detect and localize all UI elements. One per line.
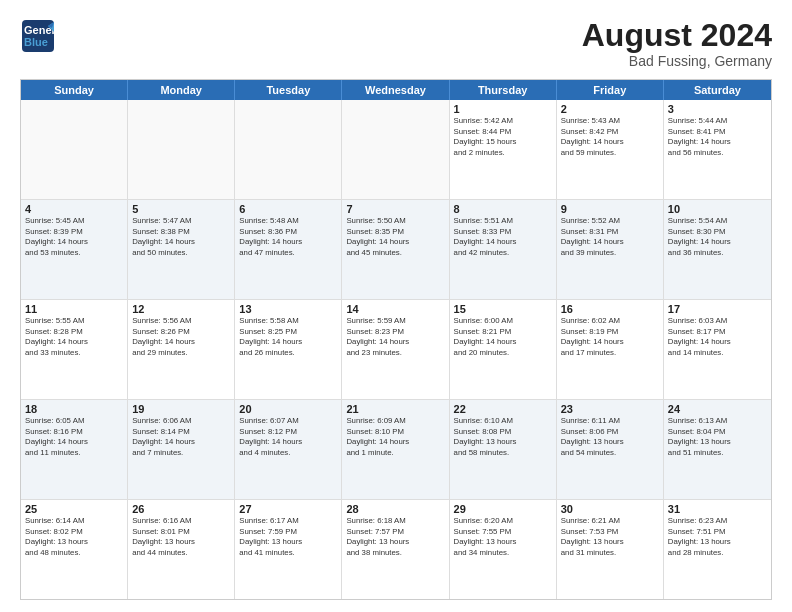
cal-cell-r1-c4: 8Sunrise: 5:51 AM Sunset: 8:33 PM Daylig… <box>450 200 557 299</box>
title-block: August 2024 Bad Fussing, Germany <box>582 18 772 69</box>
calendar-header: Sunday Monday Tuesday Wednesday Thursday… <box>21 80 771 100</box>
day-info: Sunrise: 6:00 AM Sunset: 8:21 PM Dayligh… <box>454 316 552 358</box>
cal-cell-r1-c6: 10Sunrise: 5:54 AM Sunset: 8:30 PM Dayli… <box>664 200 771 299</box>
day-info: Sunrise: 5:56 AM Sunset: 8:26 PM Dayligh… <box>132 316 230 358</box>
cal-cell-r0-c4: 1Sunrise: 5:42 AM Sunset: 8:44 PM Daylig… <box>450 100 557 199</box>
day-info: Sunrise: 5:52 AM Sunset: 8:31 PM Dayligh… <box>561 216 659 258</box>
cal-cell-r4-c1: 26Sunrise: 6:16 AM Sunset: 8:01 PM Dayli… <box>128 500 235 599</box>
day-number: 29 <box>454 503 552 515</box>
cal-cell-r2-c2: 13Sunrise: 5:58 AM Sunset: 8:25 PM Dayli… <box>235 300 342 399</box>
day-number: 30 <box>561 503 659 515</box>
day-number: 10 <box>668 203 767 215</box>
cal-cell-r3-c6: 24Sunrise: 6:13 AM Sunset: 8:04 PM Dayli… <box>664 400 771 499</box>
cal-cell-r2-c3: 14Sunrise: 5:59 AM Sunset: 8:23 PM Dayli… <box>342 300 449 399</box>
cal-cell-r1-c0: 4Sunrise: 5:45 AM Sunset: 8:39 PM Daylig… <box>21 200 128 299</box>
day-number: 26 <box>132 503 230 515</box>
day-info: Sunrise: 5:59 AM Sunset: 8:23 PM Dayligh… <box>346 316 444 358</box>
cal-cell-r2-c5: 16Sunrise: 6:02 AM Sunset: 8:19 PM Dayli… <box>557 300 664 399</box>
day-info: Sunrise: 6:18 AM Sunset: 7:57 PM Dayligh… <box>346 516 444 558</box>
day-info: Sunrise: 5:47 AM Sunset: 8:38 PM Dayligh… <box>132 216 230 258</box>
cal-cell-r3-c5: 23Sunrise: 6:11 AM Sunset: 8:06 PM Dayli… <box>557 400 664 499</box>
day-info: Sunrise: 6:06 AM Sunset: 8:14 PM Dayligh… <box>132 416 230 458</box>
day-info: Sunrise: 6:16 AM Sunset: 8:01 PM Dayligh… <box>132 516 230 558</box>
day-info: Sunrise: 5:54 AM Sunset: 8:30 PM Dayligh… <box>668 216 767 258</box>
cal-cell-r1-c1: 5Sunrise: 5:47 AM Sunset: 8:38 PM Daylig… <box>128 200 235 299</box>
cal-cell-r4-c5: 30Sunrise: 6:21 AM Sunset: 7:53 PM Dayli… <box>557 500 664 599</box>
day-info: Sunrise: 6:17 AM Sunset: 7:59 PM Dayligh… <box>239 516 337 558</box>
header-sunday: Sunday <box>21 80 128 100</box>
cal-cell-r4-c6: 31Sunrise: 6:23 AM Sunset: 7:51 PM Dayli… <box>664 500 771 599</box>
day-number: 4 <box>25 203 123 215</box>
day-number: 11 <box>25 303 123 315</box>
day-number: 21 <box>346 403 444 415</box>
day-number: 5 <box>132 203 230 215</box>
logo: General Blue <box>20 18 56 54</box>
header-wednesday: Wednesday <box>342 80 449 100</box>
day-info: Sunrise: 6:03 AM Sunset: 8:17 PM Dayligh… <box>668 316 767 358</box>
day-number: 3 <box>668 103 767 115</box>
calendar-body: 1Sunrise: 5:42 AM Sunset: 8:44 PM Daylig… <box>21 100 771 599</box>
svg-text:Blue: Blue <box>24 36 48 48</box>
day-number: 14 <box>346 303 444 315</box>
cal-cell-r2-c4: 15Sunrise: 6:00 AM Sunset: 8:21 PM Dayli… <box>450 300 557 399</box>
day-number: 1 <box>454 103 552 115</box>
cal-cell-r0-c0 <box>21 100 128 199</box>
cal-cell-r3-c2: 20Sunrise: 6:07 AM Sunset: 8:12 PM Dayli… <box>235 400 342 499</box>
day-info: Sunrise: 6:07 AM Sunset: 8:12 PM Dayligh… <box>239 416 337 458</box>
page-title: August 2024 <box>582 18 772 53</box>
day-info: Sunrise: 6:20 AM Sunset: 7:55 PM Dayligh… <box>454 516 552 558</box>
cal-cell-r4-c0: 25Sunrise: 6:14 AM Sunset: 8:02 PM Dayli… <box>21 500 128 599</box>
cal-cell-r0-c5: 2Sunrise: 5:43 AM Sunset: 8:42 PM Daylig… <box>557 100 664 199</box>
cal-cell-r1-c2: 6Sunrise: 5:48 AM Sunset: 8:36 PM Daylig… <box>235 200 342 299</box>
day-number: 18 <box>25 403 123 415</box>
day-info: Sunrise: 5:58 AM Sunset: 8:25 PM Dayligh… <box>239 316 337 358</box>
day-info: Sunrise: 5:42 AM Sunset: 8:44 PM Dayligh… <box>454 116 552 158</box>
day-info: Sunrise: 6:10 AM Sunset: 8:08 PM Dayligh… <box>454 416 552 458</box>
cal-cell-r0-c1 <box>128 100 235 199</box>
day-info: Sunrise: 5:50 AM Sunset: 8:35 PM Dayligh… <box>346 216 444 258</box>
cal-cell-r0-c6: 3Sunrise: 5:44 AM Sunset: 8:41 PM Daylig… <box>664 100 771 199</box>
cal-cell-r3-c1: 19Sunrise: 6:06 AM Sunset: 8:14 PM Dayli… <box>128 400 235 499</box>
day-number: 20 <box>239 403 337 415</box>
day-info: Sunrise: 6:23 AM Sunset: 7:51 PM Dayligh… <box>668 516 767 558</box>
header: General Blue August 2024 Bad Fussing, Ge… <box>20 18 772 69</box>
day-number: 15 <box>454 303 552 315</box>
day-number: 24 <box>668 403 767 415</box>
day-number: 25 <box>25 503 123 515</box>
day-info: Sunrise: 5:55 AM Sunset: 8:28 PM Dayligh… <box>25 316 123 358</box>
day-number: 22 <box>454 403 552 415</box>
header-thursday: Thursday <box>450 80 557 100</box>
cal-cell-r3-c4: 22Sunrise: 6:10 AM Sunset: 8:08 PM Dayli… <box>450 400 557 499</box>
cal-cell-r2-c1: 12Sunrise: 5:56 AM Sunset: 8:26 PM Dayli… <box>128 300 235 399</box>
cal-cell-r2-c0: 11Sunrise: 5:55 AM Sunset: 8:28 PM Dayli… <box>21 300 128 399</box>
cal-cell-r1-c5: 9Sunrise: 5:52 AM Sunset: 8:31 PM Daylig… <box>557 200 664 299</box>
day-number: 27 <box>239 503 337 515</box>
day-info: Sunrise: 5:48 AM Sunset: 8:36 PM Dayligh… <box>239 216 337 258</box>
day-info: Sunrise: 6:09 AM Sunset: 8:10 PM Dayligh… <box>346 416 444 458</box>
day-info: Sunrise: 5:43 AM Sunset: 8:42 PM Dayligh… <box>561 116 659 158</box>
day-number: 23 <box>561 403 659 415</box>
cal-cell-r4-c2: 27Sunrise: 6:17 AM Sunset: 7:59 PM Dayli… <box>235 500 342 599</box>
cal-cell-r3-c3: 21Sunrise: 6:09 AM Sunset: 8:10 PM Dayli… <box>342 400 449 499</box>
day-info: Sunrise: 6:13 AM Sunset: 8:04 PM Dayligh… <box>668 416 767 458</box>
day-info: Sunrise: 5:44 AM Sunset: 8:41 PM Dayligh… <box>668 116 767 158</box>
cal-cell-r3-c0: 18Sunrise: 6:05 AM Sunset: 8:16 PM Dayli… <box>21 400 128 499</box>
day-number: 2 <box>561 103 659 115</box>
day-number: 31 <box>668 503 767 515</box>
day-info: Sunrise: 6:02 AM Sunset: 8:19 PM Dayligh… <box>561 316 659 358</box>
day-info: Sunrise: 5:45 AM Sunset: 8:39 PM Dayligh… <box>25 216 123 258</box>
day-info: Sunrise: 6:05 AM Sunset: 8:16 PM Dayligh… <box>25 416 123 458</box>
header-monday: Monday <box>128 80 235 100</box>
cal-cell-r4-c3: 28Sunrise: 6:18 AM Sunset: 7:57 PM Dayli… <box>342 500 449 599</box>
cal-cell-r1-c3: 7Sunrise: 5:50 AM Sunset: 8:35 PM Daylig… <box>342 200 449 299</box>
page: General Blue August 2024 Bad Fussing, Ge… <box>0 0 792 612</box>
cal-cell-r2-c6: 17Sunrise: 6:03 AM Sunset: 8:17 PM Dayli… <box>664 300 771 399</box>
cal-row-1: 4Sunrise: 5:45 AM Sunset: 8:39 PM Daylig… <box>21 200 771 300</box>
day-number: 12 <box>132 303 230 315</box>
day-info: Sunrise: 6:11 AM Sunset: 8:06 PM Dayligh… <box>561 416 659 458</box>
day-number: 7 <box>346 203 444 215</box>
cal-cell-r0-c2 <box>235 100 342 199</box>
day-number: 19 <box>132 403 230 415</box>
calendar: Sunday Monday Tuesday Wednesday Thursday… <box>20 79 772 600</box>
day-number: 16 <box>561 303 659 315</box>
